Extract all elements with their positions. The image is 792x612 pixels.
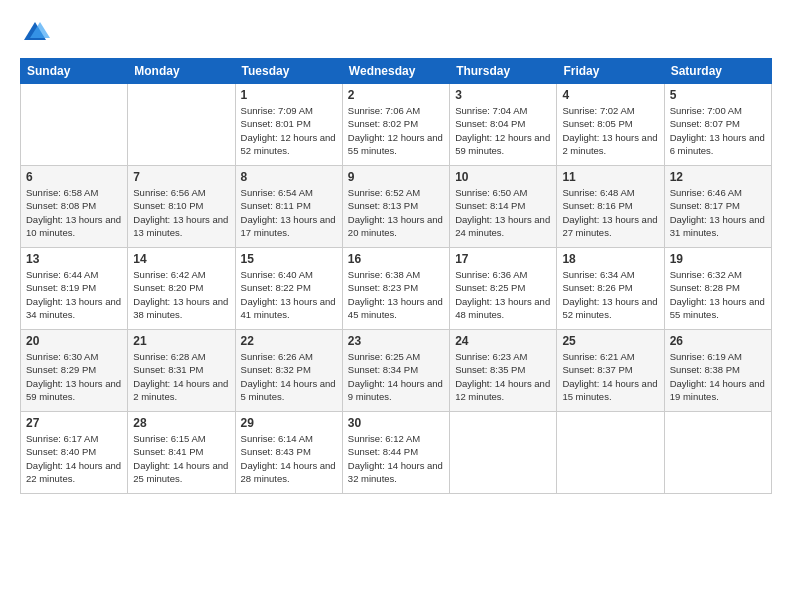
- calendar-cell: 5 Sunrise: 7:00 AMSunset: 8:07 PMDayligh…: [664, 84, 771, 166]
- day-number: 13: [26, 252, 122, 266]
- calendar-cell: 4 Sunrise: 7:02 AMSunset: 8:05 PMDayligh…: [557, 84, 664, 166]
- day-info: Sunrise: 6:56 AMSunset: 8:10 PMDaylight:…: [133, 187, 228, 238]
- calendar-cell: 13 Sunrise: 6:44 AMSunset: 8:19 PMDaylig…: [21, 248, 128, 330]
- day-number: 24: [455, 334, 551, 348]
- calendar-cell: 24 Sunrise: 6:23 AMSunset: 8:35 PMDaylig…: [450, 330, 557, 412]
- day-info: Sunrise: 6:21 AMSunset: 8:37 PMDaylight:…: [562, 351, 657, 402]
- calendar-week: 6 Sunrise: 6:58 AMSunset: 8:08 PMDayligh…: [21, 166, 772, 248]
- weekday-header: Saturday: [664, 59, 771, 84]
- day-info: Sunrise: 7:04 AMSunset: 8:04 PMDaylight:…: [455, 105, 550, 156]
- day-info: Sunrise: 6:17 AMSunset: 8:40 PMDaylight:…: [26, 433, 121, 484]
- day-info: Sunrise: 6:48 AMSunset: 8:16 PMDaylight:…: [562, 187, 657, 238]
- day-info: Sunrise: 6:30 AMSunset: 8:29 PMDaylight:…: [26, 351, 121, 402]
- day-info: Sunrise: 6:38 AMSunset: 8:23 PMDaylight:…: [348, 269, 443, 320]
- page: SundayMondayTuesdayWednesdayThursdayFrid…: [0, 0, 792, 612]
- calendar-cell: 27 Sunrise: 6:17 AMSunset: 8:40 PMDaylig…: [21, 412, 128, 494]
- day-info: Sunrise: 6:36 AMSunset: 8:25 PMDaylight:…: [455, 269, 550, 320]
- day-info: Sunrise: 6:44 AMSunset: 8:19 PMDaylight:…: [26, 269, 121, 320]
- day-number: 3: [455, 88, 551, 102]
- day-number: 4: [562, 88, 658, 102]
- calendar-cell: 8 Sunrise: 6:54 AMSunset: 8:11 PMDayligh…: [235, 166, 342, 248]
- calendar-cell: 22 Sunrise: 6:26 AMSunset: 8:32 PMDaylig…: [235, 330, 342, 412]
- calendar-week: 27 Sunrise: 6:17 AMSunset: 8:40 PMDaylig…: [21, 412, 772, 494]
- day-info: Sunrise: 6:12 AMSunset: 8:44 PMDaylight:…: [348, 433, 443, 484]
- calendar-cell: 25 Sunrise: 6:21 AMSunset: 8:37 PMDaylig…: [557, 330, 664, 412]
- day-number: 12: [670, 170, 766, 184]
- calendar-cell: 18 Sunrise: 6:34 AMSunset: 8:26 PMDaylig…: [557, 248, 664, 330]
- day-number: 18: [562, 252, 658, 266]
- calendar-week: 1 Sunrise: 7:09 AMSunset: 8:01 PMDayligh…: [21, 84, 772, 166]
- calendar-cell: 14 Sunrise: 6:42 AMSunset: 8:20 PMDaylig…: [128, 248, 235, 330]
- calendar-cell: 3 Sunrise: 7:04 AMSunset: 8:04 PMDayligh…: [450, 84, 557, 166]
- day-info: Sunrise: 7:09 AMSunset: 8:01 PMDaylight:…: [241, 105, 336, 156]
- day-info: Sunrise: 6:54 AMSunset: 8:11 PMDaylight:…: [241, 187, 336, 238]
- calendar-cell: 1 Sunrise: 7:09 AMSunset: 8:01 PMDayligh…: [235, 84, 342, 166]
- day-number: 1: [241, 88, 337, 102]
- calendar-cell: 21 Sunrise: 6:28 AMSunset: 8:31 PMDaylig…: [128, 330, 235, 412]
- day-number: 30: [348, 416, 444, 430]
- day-info: Sunrise: 6:34 AMSunset: 8:26 PMDaylight:…: [562, 269, 657, 320]
- calendar-cell: 30 Sunrise: 6:12 AMSunset: 8:44 PMDaylig…: [342, 412, 449, 494]
- header-row: SundayMondayTuesdayWednesdayThursdayFrid…: [21, 59, 772, 84]
- day-number: 25: [562, 334, 658, 348]
- weekday-header: Tuesday: [235, 59, 342, 84]
- day-info: Sunrise: 6:40 AMSunset: 8:22 PMDaylight:…: [241, 269, 336, 320]
- calendar-cell: [557, 412, 664, 494]
- calendar-cell: 11 Sunrise: 6:48 AMSunset: 8:16 PMDaylig…: [557, 166, 664, 248]
- day-number: 9: [348, 170, 444, 184]
- calendar-cell: [450, 412, 557, 494]
- day-info: Sunrise: 6:26 AMSunset: 8:32 PMDaylight:…: [241, 351, 336, 402]
- calendar-cell: [664, 412, 771, 494]
- logo-icon: [20, 18, 50, 48]
- weekday-header: Thursday: [450, 59, 557, 84]
- weekday-header: Friday: [557, 59, 664, 84]
- day-info: Sunrise: 6:42 AMSunset: 8:20 PMDaylight:…: [133, 269, 228, 320]
- calendar-cell: 7 Sunrise: 6:56 AMSunset: 8:10 PMDayligh…: [128, 166, 235, 248]
- weekday-header: Wednesday: [342, 59, 449, 84]
- calendar-cell: 20 Sunrise: 6:30 AMSunset: 8:29 PMDaylig…: [21, 330, 128, 412]
- day-number: 23: [348, 334, 444, 348]
- day-info: Sunrise: 6:15 AMSunset: 8:41 PMDaylight:…: [133, 433, 228, 484]
- calendar-cell: 6 Sunrise: 6:58 AMSunset: 8:08 PMDayligh…: [21, 166, 128, 248]
- calendar-cell: 2 Sunrise: 7:06 AMSunset: 8:02 PMDayligh…: [342, 84, 449, 166]
- logo: [20, 18, 54, 48]
- day-number: 22: [241, 334, 337, 348]
- day-info: Sunrise: 6:14 AMSunset: 8:43 PMDaylight:…: [241, 433, 336, 484]
- day-info: Sunrise: 6:23 AMSunset: 8:35 PMDaylight:…: [455, 351, 550, 402]
- weekday-header: Monday: [128, 59, 235, 84]
- day-number: 20: [26, 334, 122, 348]
- day-number: 29: [241, 416, 337, 430]
- day-info: Sunrise: 6:32 AMSunset: 8:28 PMDaylight:…: [670, 269, 765, 320]
- calendar-cell: 9 Sunrise: 6:52 AMSunset: 8:13 PMDayligh…: [342, 166, 449, 248]
- day-number: 10: [455, 170, 551, 184]
- calendar-cell: 16 Sunrise: 6:38 AMSunset: 8:23 PMDaylig…: [342, 248, 449, 330]
- day-number: 16: [348, 252, 444, 266]
- calendar-cell: 29 Sunrise: 6:14 AMSunset: 8:43 PMDaylig…: [235, 412, 342, 494]
- day-number: 8: [241, 170, 337, 184]
- day-info: Sunrise: 6:25 AMSunset: 8:34 PMDaylight:…: [348, 351, 443, 402]
- day-info: Sunrise: 6:52 AMSunset: 8:13 PMDaylight:…: [348, 187, 443, 238]
- calendar-week: 20 Sunrise: 6:30 AMSunset: 8:29 PMDaylig…: [21, 330, 772, 412]
- day-number: 7: [133, 170, 229, 184]
- calendar-cell: [21, 84, 128, 166]
- weekday-header: Sunday: [21, 59, 128, 84]
- day-info: Sunrise: 7:06 AMSunset: 8:02 PMDaylight:…: [348, 105, 443, 156]
- calendar-cell: 23 Sunrise: 6:25 AMSunset: 8:34 PMDaylig…: [342, 330, 449, 412]
- day-number: 5: [670, 88, 766, 102]
- day-number: 15: [241, 252, 337, 266]
- day-number: 14: [133, 252, 229, 266]
- day-number: 17: [455, 252, 551, 266]
- calendar-cell: [128, 84, 235, 166]
- calendar-cell: 26 Sunrise: 6:19 AMSunset: 8:38 PMDaylig…: [664, 330, 771, 412]
- day-number: 27: [26, 416, 122, 430]
- day-info: Sunrise: 6:58 AMSunset: 8:08 PMDaylight:…: [26, 187, 121, 238]
- calendar-cell: 28 Sunrise: 6:15 AMSunset: 8:41 PMDaylig…: [128, 412, 235, 494]
- day-number: 6: [26, 170, 122, 184]
- day-info: Sunrise: 6:50 AMSunset: 8:14 PMDaylight:…: [455, 187, 550, 238]
- day-info: Sunrise: 6:19 AMSunset: 8:38 PMDaylight:…: [670, 351, 765, 402]
- calendar-week: 13 Sunrise: 6:44 AMSunset: 8:19 PMDaylig…: [21, 248, 772, 330]
- calendar-cell: 19 Sunrise: 6:32 AMSunset: 8:28 PMDaylig…: [664, 248, 771, 330]
- calendar-cell: 10 Sunrise: 6:50 AMSunset: 8:14 PMDaylig…: [450, 166, 557, 248]
- day-number: 21: [133, 334, 229, 348]
- day-number: 2: [348, 88, 444, 102]
